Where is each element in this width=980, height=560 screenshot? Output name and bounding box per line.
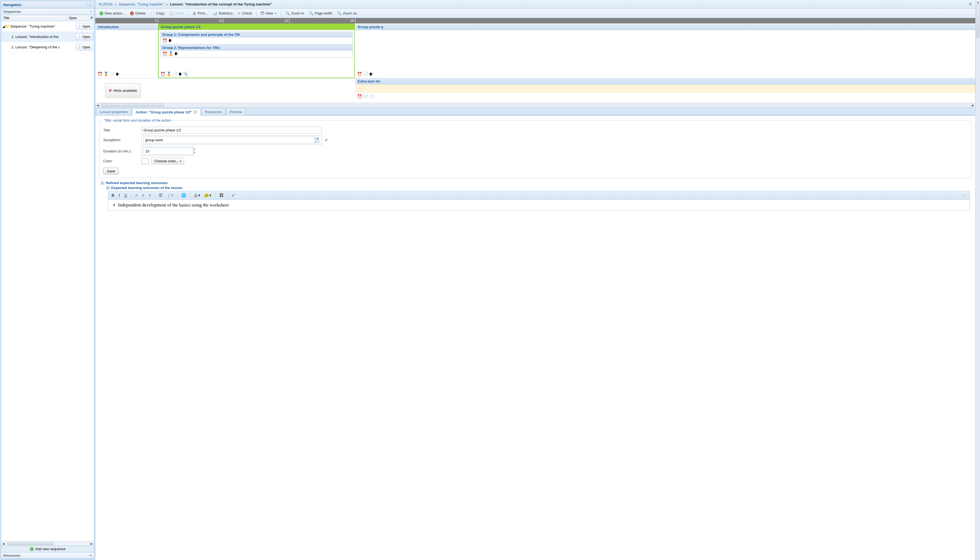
tree-label: 2. Lesson: "Deepening of the c: [12, 45, 76, 49]
subgroup-1[interactable]: Group 1: Components and principle of the…: [160, 32, 353, 44]
spinner-down-icon[interactable]: ▼: [193, 151, 196, 155]
chevron-down-icon[interactable]: ▾: [315, 137, 320, 143]
resources-subheader[interactable]: Resources +: [1, 552, 94, 559]
tab-resources[interactable]: Resources: [202, 108, 225, 115]
document-icon: 📄: [172, 72, 178, 77]
label: New action...: [105, 11, 125, 15]
hints-button[interactable]: ✖ Hints available: [105, 83, 141, 98]
tick-5: 5: [155, 19, 157, 23]
tab-lesson-properties[interactable]: Lesson properties: [96, 108, 132, 115]
unordered-list-button[interactable]: ⋮≡: [165, 192, 175, 198]
fieldset-legend: Title, social form and duration of the a…: [103, 118, 172, 122]
underline-button[interactable]: U: [123, 193, 129, 198]
duration-spinner[interactable]: ▲ ▼: [142, 147, 193, 156]
open-button[interactable]: ⼁Open: [76, 33, 93, 40]
zoom-in-button[interactable]: 🔍Zoom in: [283, 10, 306, 16]
block-group-puzzle-1[interactable]: Group puzzle phase 1/2 Group 1: Componen…: [158, 23, 355, 78]
tab-label: Lesson properties: [100, 110, 128, 114]
highlight-button[interactable]: ab ▾: [203, 192, 213, 198]
rte-toolbar: B I U ≡ ≡ ≡ ☰ ⋮≡ 🌐 A ▾ ab ▾ 🖼: [108, 191, 970, 200]
breadcrumb-sequence[interactable]: Sequence: "Turing machine": [119, 2, 163, 6]
align-center-button[interactable]: ≡: [140, 193, 146, 198]
label: Check: [242, 11, 252, 15]
tree-row-lesson-2[interactable]: 2. Lesson: "Deepening of the c ⼁Open: [1, 42, 94, 52]
print-button[interactable]: 🖨Print...: [191, 10, 210, 16]
separator: [256, 11, 257, 16]
link-button[interactable]: 🌐: [180, 192, 188, 198]
folder-icon: 📁: [5, 24, 9, 28]
block-extra-task[interactable]: Extra task for ⏰ ✉️ 📄: [355, 78, 975, 100]
title-label: Title:: [103, 128, 139, 132]
bold-button[interactable]: B: [110, 193, 116, 198]
collapse-up-icon[interactable]: ▲: [101, 182, 104, 185]
collapse-icon[interactable]: «: [87, 2, 92, 7]
check-button[interactable]: ✔Check: [236, 10, 254, 16]
text-color-button[interactable]: A ▾: [193, 192, 202, 198]
duration-input[interactable]: [143, 148, 193, 155]
socialform-input[interactable]: [143, 137, 315, 143]
title-input[interactable]: [142, 127, 322, 133]
person-speech-icon: 🗣: [178, 72, 183, 77]
sequences-subheader[interactable]: Sequences −: [1, 8, 94, 15]
tab-action[interactable]: Action: "Group puzzle phase 1/2" ×: [132, 108, 201, 115]
tab-label: Action: "Group puzzle phase 1/2": [135, 110, 192, 114]
block-introduction[interactable]: Introduction ⏰ 🏅 📄 🗣: [95, 23, 158, 78]
tree-toggle-icon[interactable]: ◢: [2, 24, 5, 28]
plus-icon[interactable]: +: [90, 553, 92, 558]
clock-icon: ⏰: [357, 72, 362, 77]
page-width-button[interactable]: 🔍Page width: [307, 10, 334, 16]
tab-preview[interactable]: Preview: [226, 108, 246, 115]
zoom-out-button[interactable]: 🔍Zoom ou: [335, 10, 359, 16]
legend-text: Refined expected learning outcomes: [106, 181, 168, 185]
subgroup-title: Group 1: Components and principle of the…: [161, 32, 352, 37]
gear-icon[interactable]: ⚙: [969, 2, 972, 6]
block-group-puzzle-2[interactable]: Group puzzle p ⏰ 📄 🗣: [355, 23, 975, 78]
subgroup-2[interactable]: Group 2: Representations for TMs ⏰ 🏅 🗣: [160, 45, 353, 57]
minus-icon[interactable]: −: [90, 10, 92, 14]
legend-expected-outcomes[interactable]: ▼ Expected learning outcomes of the less…: [106, 186, 972, 190]
nav-title: Navigation: [3, 3, 21, 7]
timeline-canvas: Introduction ⏰ 🏅 📄 🗣 Group puzzle phase …: [95, 23, 975, 103]
italic-button[interactable]: I: [117, 193, 122, 198]
delete-button[interactable]: −Delete: [128, 10, 148, 16]
check-icon: ✔: [325, 137, 328, 143]
add-sequence-button[interactable]: + Add new sequence: [1, 545, 94, 552]
tree-row-sequence[interactable]: ◢ 📁 Sequence: "Turing machine" ⼁Open: [1, 21, 94, 32]
open-button[interactable]: ⼁Open: [76, 23, 93, 30]
tree-hscrollbar[interactable]: ◄►: [1, 541, 94, 545]
award-icon: 🏅: [103, 72, 109, 77]
tree-label: Sequence: "Turing machine": [10, 24, 76, 28]
statistics-button[interactable]: 📊Statistics: [211, 10, 235, 16]
person-speech-icon: 🗣: [369, 72, 373, 77]
tree-row-lesson-1[interactable]: 1. Lesson: "Introduction of the ⼁Open: [1, 32, 94, 42]
save-button[interactable]: Save: [103, 168, 118, 175]
view-button[interactable]: 🗔View ▼: [259, 10, 279, 16]
col-p: P: [88, 15, 94, 21]
breadcrumb-root[interactable]: PLATON: [98, 2, 113, 6]
fullscreen-button[interactable]: ⤢: [230, 192, 237, 198]
copy-icon: 📄: [150, 11, 155, 15]
print-icon: 🖨: [193, 11, 196, 15]
rte-editor[interactable]: Independent development of the basics us…: [108, 200, 970, 211]
separator: [188, 11, 188, 16]
copy-button[interactable]: 📄Copy: [148, 10, 167, 16]
label: Zoom ou: [343, 11, 357, 15]
navigation-header[interactable]: Navigation «: [1, 1, 94, 8]
align-left-button[interactable]: ≡: [133, 193, 139, 198]
new-action-button[interactable]: +New action...: [98, 10, 127, 16]
open-button[interactable]: ⼁Open: [76, 44, 93, 50]
align-right-button[interactable]: ≡: [147, 193, 152, 198]
canvas-hscrollbar[interactable]: ◄►: [95, 103, 975, 107]
image-button[interactable]: 🖼: [218, 193, 225, 198]
collapse-down-icon[interactable]: ▼: [106, 186, 110, 190]
open-label: Open: [83, 25, 90, 28]
resources-title: Resources: [3, 553, 20, 558]
legend-refined-outcomes[interactable]: ▲ Refined expected learning outcomes: [101, 181, 972, 185]
ordered-list-button[interactable]: ☰: [157, 192, 164, 198]
main-vscrollbar[interactable]: ▲: [975, 0, 980, 560]
attachment-icon: 📎: [183, 72, 188, 77]
socialform-combo[interactable]: ▾: [142, 135, 322, 145]
spinner-up-icon[interactable]: ▲: [193, 148, 196, 151]
choose-color-button[interactable]: Choose color... ▾: [152, 158, 184, 165]
close-icon[interactable]: ×: [193, 110, 197, 114]
